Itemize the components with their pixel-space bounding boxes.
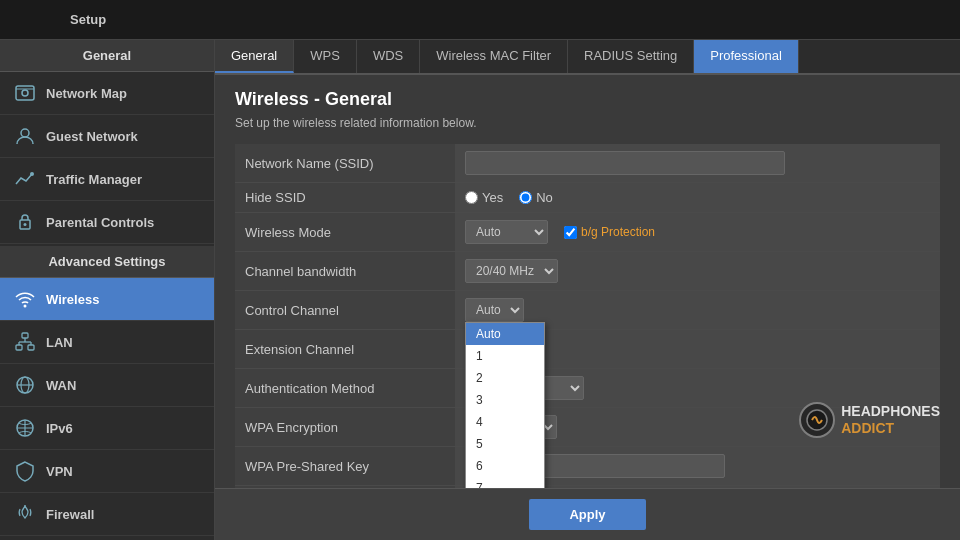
bg-protection-checkbox[interactable] <box>564 226 577 239</box>
parental-icon <box>14 211 36 233</box>
sidebar-item-wan[interactable]: WAN <box>0 364 214 407</box>
page-title: Wireless - General <box>235 89 940 110</box>
table-row: WPA Pre-Shared Key <box>235 447 940 486</box>
sidebar-item-vpn[interactable]: VPN <box>0 450 214 493</box>
control-channel-dropdown-container: Auto Auto 1 2 3 4 5 6 7 8 <box>465 298 524 322</box>
bg-protection-text: b/g Protection <box>581 225 655 239</box>
hide-ssid-label: Hide SSID <box>235 183 455 213</box>
svg-rect-10 <box>28 345 34 350</box>
tab-professional[interactable]: Professional <box>694 40 799 73</box>
svg-point-1 <box>22 90 28 96</box>
sidebar-item-lan[interactable]: LAN <box>0 321 214 364</box>
svg-rect-0 <box>16 86 34 100</box>
lan-label: LAN <box>46 335 73 350</box>
tab-wireless-mac-filter[interactable]: Wireless MAC Filter <box>420 40 568 73</box>
dd-item-3[interactable]: 3 <box>466 389 544 411</box>
main-layout: General Network Map Guest Network <box>0 40 960 540</box>
logo-icon <box>799 402 835 438</box>
tab-wps[interactable]: WPS <box>294 40 357 73</box>
action-row: Apply <box>215 488 960 540</box>
svg-point-6 <box>24 223 27 226</box>
dd-item-6[interactable]: 6 <box>466 455 544 477</box>
vpn-label: VPN <box>46 464 73 479</box>
table-row: Wireless Mode Auto 11b Only 11g Only 11n… <box>235 213 940 252</box>
extension-channel-label: Extension Channel <box>235 330 455 369</box>
traffic-manager-label: Traffic Manager <box>46 172 142 187</box>
logo-area: HEADPHONES ADDICT <box>799 402 940 438</box>
page-subtitle: Set up the wireless related information … <box>235 116 940 130</box>
control-channel-label: Control Channel <box>235 291 455 330</box>
traffic-icon <box>14 168 36 190</box>
dd-item-7[interactable]: 7 <box>466 477 544 488</box>
wireless-mode-select[interactable]: Auto 11b Only 11g Only 11n Only <box>465 220 548 244</box>
wireless-label: Wireless <box>46 292 99 307</box>
sidebar-item-network-map[interactable]: Network Map <box>0 72 214 115</box>
map-icon <box>14 82 36 104</box>
dd-item-1[interactable]: 1 <box>466 345 544 367</box>
svg-point-3 <box>21 129 29 137</box>
wpa-encryption-label: WPA Encryption <box>235 408 455 447</box>
hide-ssid-no[interactable]: No <box>519 190 553 205</box>
content-area: General WPS WDS Wireless MAC Filter RADI… <box>215 40 960 540</box>
svg-rect-8 <box>22 333 28 338</box>
dd-item-2[interactable]: 2 <box>466 367 544 389</box>
svg-rect-9 <box>16 345 22 350</box>
vpn-icon <box>14 460 36 482</box>
page-content: Wireless - General Set up the wireless r… <box>215 75 960 488</box>
logo-text: HEADPHONES ADDICT <box>841 403 940 437</box>
lan-icon <box>14 331 36 353</box>
channel-bandwidth-select[interactable]: 20/40 MHz 20 MHz 40 MHz <box>465 259 558 283</box>
wan-icon <box>14 374 36 396</box>
ssid-input[interactable] <box>465 151 785 175</box>
table-row: Hide SSID Yes No <box>235 183 940 213</box>
sidebar-item-wireless[interactable]: Wireless <box>0 278 214 321</box>
tab-general[interactable]: General <box>215 40 294 73</box>
apply-button[interactable]: Apply <box>529 499 645 530</box>
sidebar: General Network Map Guest Network <box>0 40 215 540</box>
sidebar-item-firewall[interactable]: Firewall <box>0 493 214 536</box>
hide-ssid-no-radio[interactable] <box>519 191 532 204</box>
group-key-label: Group Key Rotation Interval <box>235 486 455 489</box>
table-row: Extension Channel Below Above <box>235 330 940 369</box>
setup-label: Setup <box>70 12 106 27</box>
sidebar-item-parental-controls[interactable]: Parental Controls <box>0 201 214 244</box>
dd-item-4[interactable]: 4 <box>466 411 544 433</box>
hide-ssid-radio-group: Yes No <box>465 190 930 205</box>
guest-icon <box>14 125 36 147</box>
wireless-mode-row: Auto 11b Only 11g Only 11n Only b/g Prot… <box>465 220 930 244</box>
bg-protection-label[interactable]: b/g Protection <box>564 225 655 239</box>
ipv6-icon <box>14 417 36 439</box>
wan-label: WAN <box>46 378 76 393</box>
top-bar: Setup <box>0 0 960 40</box>
firewall-icon <box>14 503 36 525</box>
general-section-header: General <box>0 40 214 72</box>
network-map-label: Network Map <box>46 86 127 101</box>
advanced-section-header: Advanced Settings <box>0 246 214 278</box>
control-channel-dropdown: Auto 1 2 3 4 5 6 7 8 9 10 <box>465 322 545 488</box>
table-row: Control Channel Auto Auto 1 2 3 4 <box>235 291 940 330</box>
channel-bandwidth-label: Channel bandwidth <box>235 252 455 291</box>
wifi-icon <box>14 288 36 310</box>
tabs-bar: General WPS WDS Wireless MAC Filter RADI… <box>215 40 960 75</box>
parental-controls-label: Parental Controls <box>46 215 154 230</box>
table-row: Network Name (SSID) <box>235 144 940 183</box>
dd-item-5[interactable]: 5 <box>466 433 544 455</box>
ipv6-label: IPv6 <box>46 421 73 436</box>
dd-item-auto[interactable]: Auto <box>466 323 544 345</box>
tab-radius-setting[interactable]: RADIUS Setting <box>568 40 694 73</box>
sidebar-item-traffic-manager[interactable]: Traffic Manager <box>0 158 214 201</box>
tab-wds[interactable]: WDS <box>357 40 420 73</box>
guest-network-label: Guest Network <box>46 129 138 144</box>
sidebar-item-guest-network[interactable]: Guest Network <box>0 115 214 158</box>
ssid-label: Network Name (SSID) <box>235 144 455 183</box>
svg-point-4 <box>30 172 34 176</box>
sidebar-item-ipv6[interactable]: IPv6 <box>0 407 214 450</box>
table-row: Channel bandwidth 20/40 MHz 20 MHz 40 MH… <box>235 252 940 291</box>
wpa-key-label: WPA Pre-Shared Key <box>235 447 455 486</box>
control-channel-select[interactable]: Auto <box>465 298 524 322</box>
firewall-label: Firewall <box>46 507 94 522</box>
wireless-mode-label: Wireless Mode <box>235 213 455 252</box>
hide-ssid-yes[interactable]: Yes <box>465 190 503 205</box>
svg-point-7 <box>24 305 27 308</box>
hide-ssid-yes-radio[interactable] <box>465 191 478 204</box>
